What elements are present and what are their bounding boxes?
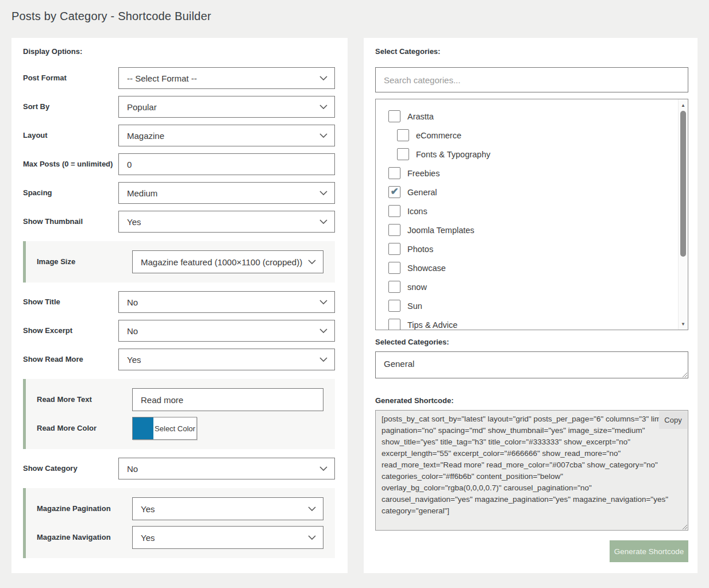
show-thumbnail-select[interactable]: Yes — [118, 211, 335, 233]
category-checkbox[interactable]: ✔ — [388, 186, 400, 198]
sort-by-label: Sort By — [23, 102, 118, 111]
category-row[interactable]: ✔ General — [388, 183, 688, 202]
selected-categories-textarea[interactable]: General — [375, 351, 688, 378]
chevron-down-icon — [308, 535, 316, 540]
magazine-pagination-label: Magazine Pagination — [37, 504, 132, 513]
show-excerpt-label: Show Excerpt — [23, 326, 118, 335]
magazine-navigation-row: Magazine Navigation Yes — [37, 526, 323, 549]
post-format-select[interactable]: -- Select Format -- — [118, 67, 335, 89]
show-category-select[interactable]: No — [118, 458, 335, 479]
category-row[interactable]: ✔ Arastta — [388, 107, 688, 126]
category-label: Freebies — [407, 169, 440, 178]
scrollbar[interactable]: ▲ ▼ — [678, 99, 688, 330]
category-checkbox[interactable]: ✔ — [388, 224, 400, 236]
show-thumbnail-label: Show Thumbnail — [23, 217, 118, 226]
category-row[interactable]: ✔ Freebies — [388, 164, 688, 183]
category-row[interactable]: ✔ Icons — [388, 202, 688, 220]
magazine-pagination-select[interactable]: Yes — [132, 497, 323, 520]
image-size-row: Image Size Magazine featured (1000×1100 … — [37, 250, 323, 273]
display-options-panel: Display Options: Post Format -- Select F… — [11, 38, 348, 573]
image-size-select[interactable]: Magazine featured (1000×1100 (cropped)) — [132, 250, 323, 273]
category-row[interactable]: ✔ Tips & Advice — [388, 315, 688, 330]
magazine-options-group: Magazine Pagination Yes Magazine Navigat… — [23, 488, 335, 558]
category-row[interactable]: ✔ Sun — [388, 296, 688, 315]
copy-button[interactable]: Copy — [659, 411, 687, 429]
category-checkbox[interactable]: ✔ — [397, 129, 409, 141]
category-checkbox[interactable]: ✔ — [388, 243, 400, 255]
shortcode-box: [posts_by_cat sort_by="latest" layout="g… — [375, 410, 688, 531]
read-more-color-label: Read More Color — [37, 424, 132, 433]
layout-select[interactable]: Magazine — [118, 125, 335, 146]
chevron-down-icon — [319, 357, 327, 362]
category-label: Arastta — [407, 112, 434, 121]
search-input[interactable] — [375, 67, 688, 92]
show-thumbnail-row: Show Thumbnail Yes — [23, 211, 335, 233]
thumbnail-options-group: Image Size Magazine featured (1000×1100 … — [23, 241, 335, 283]
category-label: Sun — [407, 301, 422, 311]
select-color-button[interactable]: Select Color — [153, 417, 196, 439]
max-posts-input[interactable] — [118, 153, 335, 175]
category-checkbox[interactable]: ✔ — [388, 319, 400, 330]
magazine-pagination-row: Magazine Pagination Yes — [37, 497, 323, 520]
magazine-navigation-select[interactable]: Yes — [132, 526, 323, 549]
chevron-down-icon — [319, 328, 327, 333]
chevron-down-icon — [308, 506, 316, 511]
show-excerpt-row: Show Excerpt No — [23, 320, 335, 342]
scroll-down-icon[interactable]: ▼ — [679, 319, 688, 328]
category-row[interactable]: ✔ Joomla Templates — [388, 220, 688, 239]
show-title-select[interactable]: No — [118, 291, 335, 313]
show-excerpt-select[interactable]: No — [118, 320, 335, 342]
category-checkbox[interactable]: ✔ — [388, 167, 400, 179]
category-checkbox[interactable]: ✔ — [397, 148, 409, 160]
color-picker-control[interactable]: Select Color — [132, 417, 197, 440]
layout-row: Layout Magazine — [23, 125, 335, 146]
scrollbar-thumb[interactable] — [680, 111, 686, 257]
category-label: Showcase — [407, 264, 446, 273]
category-checkbox[interactable]: ✔ — [388, 281, 400, 293]
category-checkbox[interactable]: ✔ — [388, 205, 400, 217]
category-list: ✔ Arastta ✔ eCommerce ✔ Fonts & Typograp… — [375, 99, 688, 330]
category-checkbox[interactable]: ✔ — [388, 262, 400, 274]
category-label: Photos — [407, 245, 433, 254]
chevron-down-icon — [319, 105, 327, 109]
spacing-select[interactable]: Medium — [118, 182, 335, 204]
color-swatch[interactable] — [133, 417, 153, 439]
category-row[interactable]: ✔ eCommerce — [388, 126, 688, 145]
resize-handle-icon[interactable] — [681, 372, 687, 377]
show-category-row: Show Category No — [23, 458, 335, 479]
category-row[interactable]: ✔ Fonts & Typography — [388, 145, 688, 164]
category-row[interactable]: ✔ Showcase — [388, 258, 688, 277]
selected-categories-value: General — [384, 359, 414, 369]
scroll-up-icon[interactable]: ▲ — [679, 100, 688, 110]
category-label: Joomla Templates — [407, 226, 475, 235]
category-row[interactable]: ✔ snow — [388, 277, 688, 296]
category-checkbox[interactable]: ✔ — [388, 110, 400, 122]
resize-handle-icon[interactable] — [681, 524, 687, 529]
category-label: Tips & Advice — [407, 320, 457, 330]
category-row[interactable]: ✔ Photos — [388, 239, 688, 258]
magazine-navigation-label: Magazine Navigation — [37, 533, 132, 542]
show-read-more-select[interactable]: Yes — [118, 349, 335, 370]
image-size-label: Image Size — [37, 257, 132, 266]
layout-label: Layout — [23, 131, 118, 140]
category-checkbox[interactable]: ✔ — [388, 300, 400, 312]
category-label: Icons — [407, 207, 427, 216]
category-label: eCommerce — [416, 131, 461, 140]
chevron-down-icon — [319, 76, 327, 80]
show-title-label: Show Title — [23, 297, 118, 307]
chevron-down-icon — [319, 191, 327, 195]
generate-shortcode-button[interactable]: Generate Shortcode — [610, 540, 688, 562]
read-more-text-label: Read More Text — [37, 395, 132, 404]
display-options-heading: Display Options: — [23, 47, 335, 56]
selected-categories-heading: Selected Categories: — [375, 338, 688, 346]
generated-shortcode-heading: Generated Shortcode: — [375, 396, 688, 405]
sort-by-row: Sort By Popular — [23, 96, 335, 118]
read-more-text-row: Read More Text — [37, 388, 323, 411]
sort-by-select[interactable]: Popular — [118, 96, 335, 118]
read-more-text-input[interactable] — [132, 388, 323, 411]
category-label: snow — [407, 283, 427, 292]
category-label: General — [407, 188, 437, 197]
shortcode-textarea[interactable]: [posts_by_cat sort_by="latest" layout="g… — [376, 411, 688, 530]
chevron-down-icon — [319, 300, 327, 304]
checkmark-icon: ✔ — [390, 187, 398, 196]
